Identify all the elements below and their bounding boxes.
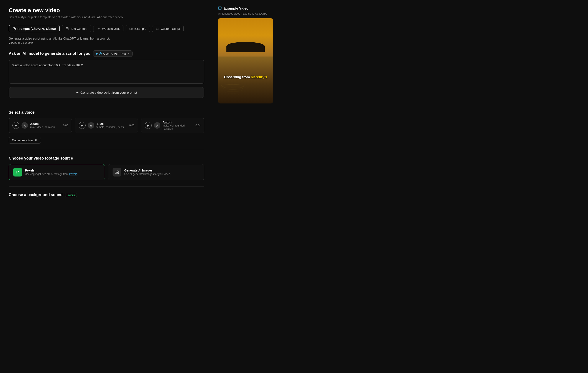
footage-title-ai: Generate AI Images (124, 169, 171, 172)
voice-section-header: Select a voice (9, 110, 204, 115)
voice-avatar-alice: A (88, 122, 94, 129)
find-voices-label: Find more voices (12, 139, 33, 142)
sparkle-icon: ✦ (76, 90, 79, 95)
tab-prompts-label: Prompts (ChatGPT, Llama) (17, 27, 56, 31)
footage-card-ai[interactable]: Generate AI Images Use AI-generated imag… (108, 164, 204, 180)
prompt-input[interactable]: Write a video script about "Top 10 AI Tr… (9, 60, 204, 84)
custom-script-icon (156, 27, 159, 31)
chevron-down-icon: ▼ (127, 52, 130, 55)
footage-title-pexels: Pexels (25, 169, 78, 172)
bg-sound-title: Choose a background sound (9, 192, 63, 197)
footage-desc-pexels: Use copyright-free stock footage from Pe… (25, 173, 78, 176)
tab-website-url-label: Website URL (102, 27, 120, 31)
voice-card-adam[interactable]: ▶ A Adam male, deep, narration 0:05 (9, 118, 72, 133)
tab-description: Generate a video script using an AI, lik… (9, 37, 204, 40)
model-dropdown[interactable]: Open AI (GPT-4o) ▼ (93, 50, 133, 57)
prompts-icon (12, 27, 16, 31)
page-title: Create a new video (9, 7, 204, 14)
tab-custom-script-label: Custom Script (161, 27, 180, 31)
tab-custom-script[interactable]: Custom Script (152, 25, 184, 32)
ai-icon (113, 168, 121, 177)
video-water (218, 56, 273, 104)
tab-text-content[interactable]: Text Content (62, 25, 91, 32)
ai-section-header: Ask an AI model to generate a script for… (9, 50, 204, 57)
find-more-voices-button[interactable]: Find more voices 🎙 (9, 137, 41, 144)
voice-info-alice: Alice female, confident, news (96, 122, 127, 129)
voice-tags-antoni: male, well-rounded, narration (163, 124, 193, 130)
svg-point-13 (227, 94, 239, 96)
ripple-svg (218, 80, 248, 104)
page-subtitle: Select a style or pick a template to get… (9, 15, 204, 19)
tab-description-italic: Videos are editable. (9, 41, 204, 44)
footage-card-pexels[interactable]: P Pexels Use copyright-free stock footag… (9, 164, 105, 180)
voice-section-title: Select a voice (9, 110, 34, 115)
voice-duration-alice: 0:05 (129, 124, 134, 127)
video-caption: Observing from Mercury's (218, 75, 273, 80)
svg-rect-8 (218, 7, 221, 9)
sidebar-title-text: Example Video (224, 7, 249, 11)
svg-point-11 (224, 90, 242, 92)
divider-1 (9, 104, 204, 104)
sidebar: Example Video AI-generated video made us… (213, 0, 278, 373)
divider-3 (9, 186, 204, 187)
generate-button-label: Generate video script from your prompt (80, 91, 137, 94)
pexels-icon: P (13, 168, 22, 177)
svg-point-14 (228, 96, 237, 97)
footage-section-header: Choose your video footage source (9, 156, 204, 161)
footage-info-pexels: Pexels Use copyright-free stock footage … (25, 169, 78, 176)
play-alice-button[interactable]: ▶ (79, 122, 86, 129)
voice-duration-antoni: 0:04 (196, 124, 200, 127)
bg-sound-header: Choose a background sound Optional (9, 192, 204, 197)
svg-point-6 (116, 172, 117, 173)
voice-cards: ▶ A Adam male, deep, narration 0:05 ▶ A … (9, 118, 204, 133)
generate-button[interactable]: ✦ Generate video script from your prompt (9, 87, 204, 98)
video-caption-highlight: Mercury's (251, 75, 267, 79)
video-icon (129, 27, 133, 31)
tab-example-label: Example (134, 27, 146, 31)
model-dot-icon (96, 53, 98, 54)
tab-example[interactable]: Example (126, 25, 150, 32)
voice-card-antoni[interactable]: ▶ A Antoni male, well-rounded, narration… (141, 118, 204, 133)
tab-text-content-label: Text Content (70, 27, 88, 31)
svg-rect-5 (115, 171, 119, 174)
svg-point-7 (117, 172, 118, 173)
text-content-icon (65, 27, 69, 31)
voice-tags-adam: male, deep, narration (30, 126, 61, 129)
svg-point-9 (221, 84, 244, 87)
video-bg: Observing from Mercury's (218, 18, 273, 104)
video-preview: Observing from Mercury's (218, 18, 273, 104)
footage-section-title: Choose your video footage source (9, 156, 73, 161)
openai-icon (99, 52, 102, 55)
voice-avatar-antoni: A (154, 122, 160, 129)
sidebar-example-title: Example Video (218, 6, 273, 11)
pexels-link[interactable]: Pexels (69, 173, 77, 176)
sidebar-example-desc: AI-generated video made using CopyClips (218, 12, 273, 15)
tab-prompts[interactable]: Prompts (ChatGPT, Llama) (9, 25, 60, 32)
voice-info-antoni: Antoni male, well-rounded, narration (163, 121, 193, 130)
voice-avatar-adam: A (21, 122, 28, 129)
voice-card-alice[interactable]: ▶ A Alice female, confident, news 0:05 (75, 118, 138, 133)
tab-bar: Prompts (ChatGPT, Llama) Text Content We… (9, 25, 204, 32)
mic-icon: 🎙 (35, 139, 38, 142)
voice-duration-adam: 0:05 (63, 124, 68, 127)
sidebar-video-icon (218, 6, 222, 11)
tab-website-url[interactable]: Website URL (93, 25, 123, 32)
play-adam-button[interactable]: ▶ (12, 122, 19, 129)
ai-section-title: Ask an AI model to generate a script for… (9, 51, 90, 56)
footage-desc-ai: Use AI-generated images for your video. (124, 173, 171, 176)
svg-rect-2 (130, 28, 132, 30)
divider-2 (9, 150, 204, 150)
video-caption-normal: Observing from (224, 75, 250, 79)
svg-rect-3 (156, 28, 158, 30)
pexels-letter: P (16, 170, 19, 175)
video-island (226, 42, 265, 52)
footage-info-ai: Generate AI Images Use AI-generated imag… (124, 169, 171, 176)
optional-badge: Optional (65, 193, 77, 197)
voice-info-adam: Adam male, deep, narration (30, 122, 61, 129)
voice-tags-alice: female, confident, news (96, 126, 127, 129)
voice-name-alice: Alice (96, 122, 127, 126)
model-label: Open AI (GPT-4o) (103, 52, 126, 55)
voice-name-adam: Adam (30, 122, 61, 126)
play-antoni-button[interactable]: ▶ (145, 122, 152, 129)
svg-point-12 (226, 92, 240, 94)
